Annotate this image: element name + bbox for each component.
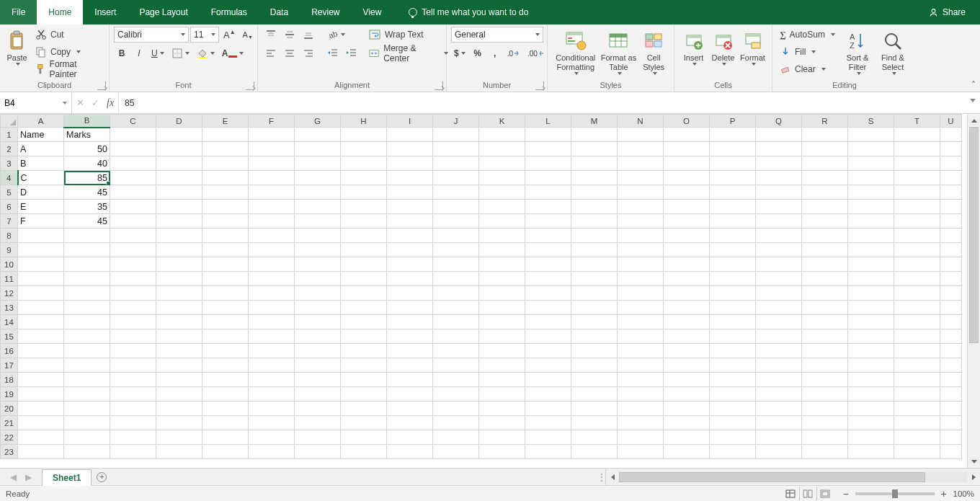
cell[interactable] xyxy=(756,402,802,416)
share-button[interactable]: Share xyxy=(922,0,973,25)
decrease-decimal-button[interactable]: .00 xyxy=(525,45,548,61)
row-header[interactable]: 21 xyxy=(1,416,18,430)
cell[interactable] xyxy=(110,329,156,344)
cell[interactable] xyxy=(940,445,962,459)
cell[interactable] xyxy=(802,402,848,416)
cell[interactable] xyxy=(940,387,962,402)
autosum-button[interactable]: ∑AutoSum xyxy=(777,27,839,43)
cell[interactable] xyxy=(664,142,710,156)
cell[interactable] xyxy=(156,200,202,214)
zoom-slider[interactable] xyxy=(855,492,935,495)
cell[interactable] xyxy=(18,229,64,243)
cell[interactable] xyxy=(202,416,249,430)
cell[interactable] xyxy=(571,272,618,286)
scroll-up-button[interactable] xyxy=(968,114,980,127)
cell[interactable] xyxy=(341,214,387,229)
percent-button[interactable]: % xyxy=(470,45,486,61)
cell[interactable] xyxy=(110,387,156,402)
cell[interactable] xyxy=(110,257,156,272)
cell[interactable] xyxy=(756,445,802,459)
tell-me[interactable]: Tell me what you want to do xyxy=(397,0,540,25)
cell[interactable] xyxy=(64,387,110,402)
cell[interactable] xyxy=(756,286,802,301)
cell[interactable] xyxy=(156,185,202,200)
cell[interactable] xyxy=(618,373,664,387)
cell[interactable] xyxy=(202,257,249,272)
scroll-down-button[interactable] xyxy=(968,455,980,468)
cell[interactable] xyxy=(295,430,341,445)
cell[interactable] xyxy=(18,286,64,301)
row-header[interactable]: 20 xyxy=(1,402,18,416)
tab-page-layout[interactable]: Page Layout xyxy=(128,0,199,25)
tab-file[interactable]: File xyxy=(0,0,37,25)
vscroll-thumb[interactable] xyxy=(969,127,979,343)
cell[interactable] xyxy=(618,344,664,358)
cell[interactable] xyxy=(664,344,710,358)
cell[interactable] xyxy=(848,344,894,358)
cell[interactable] xyxy=(618,142,664,156)
cell[interactable] xyxy=(571,387,618,402)
cell[interactable] xyxy=(664,373,710,387)
cell[interactable] xyxy=(525,214,571,229)
cell[interactable] xyxy=(295,200,341,214)
cell[interactable] xyxy=(433,387,479,402)
cell[interactable] xyxy=(940,301,962,315)
cell[interactable] xyxy=(110,315,156,329)
orientation-button[interactable]: ab xyxy=(324,27,348,43)
cell[interactable] xyxy=(249,128,295,142)
cell[interactable] xyxy=(571,416,618,430)
font-launcher[interactable] xyxy=(246,81,254,90)
row-header[interactable]: 7 xyxy=(1,214,18,229)
hscroll-thumb[interactable] xyxy=(619,472,925,482)
cell[interactable] xyxy=(341,358,387,373)
cell[interactable] xyxy=(202,214,249,229)
cell[interactable] xyxy=(848,329,894,344)
cell[interactable] xyxy=(756,243,802,257)
cell[interactable] xyxy=(18,358,64,373)
sheet-nav-next[interactable]: ▶ xyxy=(25,472,32,482)
cell[interactable] xyxy=(664,156,710,171)
cell[interactable] xyxy=(848,214,894,229)
cell[interactable] xyxy=(571,156,618,171)
cell[interactable] xyxy=(295,171,341,185)
cell[interactable] xyxy=(525,344,571,358)
fill-button[interactable]: Fill xyxy=(777,44,839,60)
cell[interactable] xyxy=(341,142,387,156)
cell[interactable] xyxy=(618,272,664,286)
cell[interactable] xyxy=(710,243,756,257)
row-header[interactable]: 1 xyxy=(1,128,18,142)
cell[interactable] xyxy=(433,329,479,344)
cell[interactable] xyxy=(525,142,571,156)
cell[interactable] xyxy=(249,286,295,301)
cell[interactable] xyxy=(894,257,940,272)
align-center-button[interactable] xyxy=(281,45,298,61)
row-header[interactable]: 9 xyxy=(1,243,18,257)
row-header[interactable]: 13 xyxy=(1,301,18,315)
merge-center-button[interactable]: Merge & Center xyxy=(366,45,451,61)
cell[interactable] xyxy=(341,185,387,200)
cell[interactable] xyxy=(894,272,940,286)
cell[interactable] xyxy=(202,358,249,373)
cell[interactable] xyxy=(894,416,940,430)
cell[interactable] xyxy=(249,344,295,358)
cell[interactable] xyxy=(341,387,387,402)
col-header[interactable]: A xyxy=(18,115,64,128)
cell[interactable] xyxy=(894,445,940,459)
cut-button[interactable]: Cut xyxy=(32,27,104,43)
cell[interactable] xyxy=(249,301,295,315)
cell[interactable] xyxy=(387,286,433,301)
cell[interactable] xyxy=(249,229,295,243)
cell[interactable] xyxy=(618,430,664,445)
cell[interactable] xyxy=(571,373,618,387)
cell[interactable] xyxy=(664,402,710,416)
cell[interactable]: A xyxy=(18,142,64,156)
name-box[interactable]: B4 xyxy=(0,92,72,113)
cell[interactable] xyxy=(940,315,962,329)
cell[interactable] xyxy=(110,373,156,387)
cell[interactable] xyxy=(295,373,341,387)
cell[interactable] xyxy=(479,344,525,358)
cell[interactable] xyxy=(64,358,110,373)
row-header[interactable]: 22 xyxy=(1,430,18,445)
cell[interactable]: 45 xyxy=(64,214,110,229)
cell[interactable] xyxy=(64,373,110,387)
